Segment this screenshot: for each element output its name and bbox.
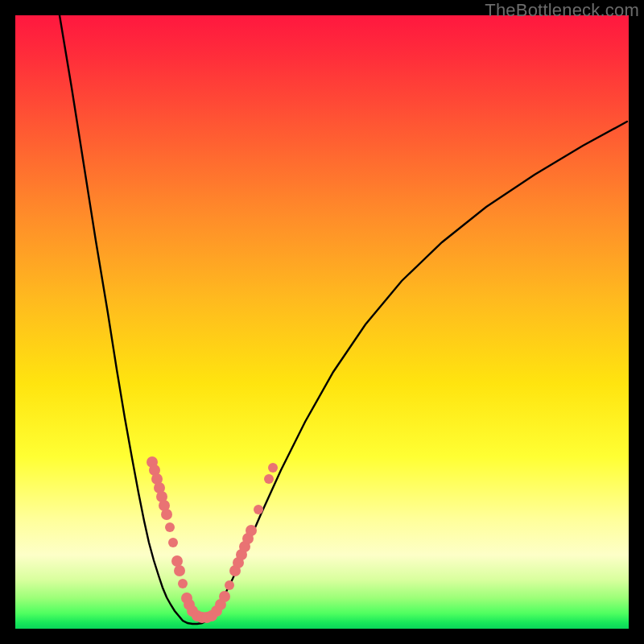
outer-frame: TheBottleneck.com xyxy=(0,0,644,644)
bead xyxy=(219,591,230,602)
bead xyxy=(225,580,234,590)
bead xyxy=(171,555,183,567)
bottleneck-curve-svg xyxy=(15,15,629,629)
bead xyxy=(161,509,172,520)
bottleneck-curve xyxy=(60,15,627,624)
bead xyxy=(174,565,185,576)
bead xyxy=(254,505,263,514)
plot-area xyxy=(15,15,629,629)
bead xyxy=(246,525,257,536)
bead xyxy=(268,463,278,473)
bead xyxy=(168,538,178,547)
bead xyxy=(165,522,175,532)
bead xyxy=(178,579,188,588)
bead xyxy=(264,474,274,484)
watermark-text: TheBottleneck.com xyxy=(485,0,639,21)
